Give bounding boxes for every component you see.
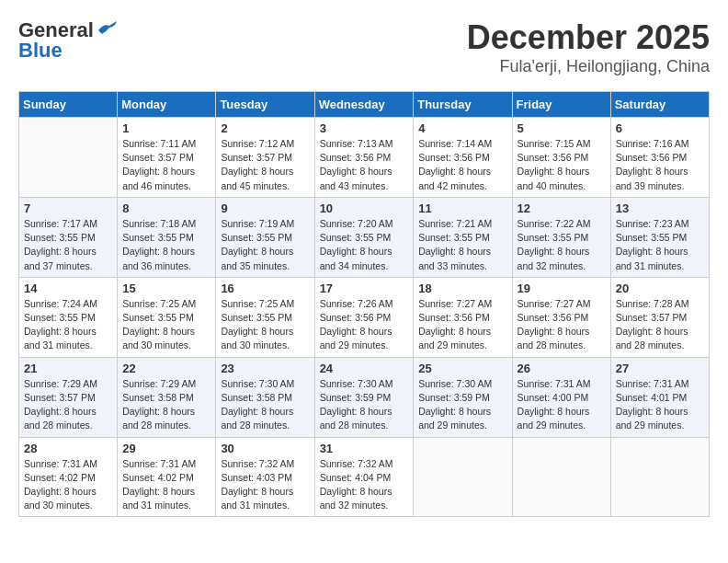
day-info: Sunrise: 7:30 AM Sunset: 3:59 PM Dayligh… xyxy=(418,377,506,433)
day-info: Sunrise: 7:18 AM Sunset: 3:55 PM Dayligh… xyxy=(122,217,210,273)
day-info: Sunrise: 7:28 AM Sunset: 3:57 PM Dayligh… xyxy=(616,297,704,353)
calendar-day-cell: 5Sunrise: 7:15 AM Sunset: 3:56 PM Daylig… xyxy=(512,118,610,198)
day-number: 19 xyxy=(518,282,606,295)
calendar-day-cell: 3Sunrise: 7:13 AM Sunset: 3:56 PM Daylig… xyxy=(314,118,414,198)
day-number: 28 xyxy=(24,442,112,455)
calendar-day-cell: 26Sunrise: 7:31 AM Sunset: 4:00 PM Dayli… xyxy=(512,357,610,437)
day-number: 20 xyxy=(616,282,704,295)
calendar-day-cell: 23Sunrise: 7:30 AM Sunset: 3:58 PM Dayli… xyxy=(216,357,314,437)
day-info: Sunrise: 7:21 AM Sunset: 3:55 PM Dayligh… xyxy=(418,217,506,273)
calendar-day-cell: 14Sunrise: 7:24 AM Sunset: 3:55 PM Dayli… xyxy=(19,277,118,357)
calendar-day-cell: 7Sunrise: 7:17 AM Sunset: 3:55 PM Daylig… xyxy=(19,197,118,277)
day-number: 1 xyxy=(122,121,210,135)
day-number: 3 xyxy=(320,121,409,135)
day-info: Sunrise: 7:27 AM Sunset: 3:56 PM Dayligh… xyxy=(418,297,506,353)
day-number: 17 xyxy=(320,282,409,295)
calendar-day-cell: 8Sunrise: 7:18 AM Sunset: 3:55 PM Daylig… xyxy=(118,197,216,277)
calendar-table: SundayMondayTuesdayWednesdayThursdayFrid… xyxy=(18,91,710,517)
day-number: 14 xyxy=(24,282,112,295)
calendar-day-cell xyxy=(610,437,709,517)
day-info: Sunrise: 7:11 AM Sunset: 3:57 PM Dayligh… xyxy=(122,137,210,193)
day-number: 31 xyxy=(320,442,409,455)
day-info: Sunrise: 7:29 AM Sunset: 3:57 PM Dayligh… xyxy=(24,377,112,433)
calendar-day-cell: 18Sunrise: 7:27 AM Sunset: 3:56 PM Dayli… xyxy=(414,277,512,357)
calendar-day-cell: 2Sunrise: 7:12 AM Sunset: 3:57 PM Daylig… xyxy=(216,118,314,198)
weekday-header-wednesday: Wednesday xyxy=(314,92,414,118)
day-info: Sunrise: 7:31 AM Sunset: 4:01 PM Dayligh… xyxy=(616,377,704,433)
day-info: Sunrise: 7:32 AM Sunset: 4:03 PM Dayligh… xyxy=(221,457,309,513)
weekday-header-saturday: Saturday xyxy=(610,92,709,118)
calendar-week-row: 14Sunrise: 7:24 AM Sunset: 3:55 PM Dayli… xyxy=(19,277,710,357)
day-number: 25 xyxy=(418,362,506,375)
page-header: General Blue December 2025 Fula'erji, He… xyxy=(18,18,710,76)
calendar-day-cell: 21Sunrise: 7:29 AM Sunset: 3:57 PM Dayli… xyxy=(19,357,118,437)
day-info: Sunrise: 7:27 AM Sunset: 3:56 PM Dayligh… xyxy=(518,297,606,353)
calendar-day-cell: 31Sunrise: 7:32 AM Sunset: 4:04 PM Dayli… xyxy=(314,437,414,517)
day-number: 6 xyxy=(616,121,704,135)
calendar-day-cell: 17Sunrise: 7:26 AM Sunset: 3:56 PM Dayli… xyxy=(314,277,414,357)
day-info: Sunrise: 7:22 AM Sunset: 3:55 PM Dayligh… xyxy=(518,217,606,273)
day-number: 26 xyxy=(518,362,606,375)
day-info: Sunrise: 7:25 AM Sunset: 3:55 PM Dayligh… xyxy=(221,297,309,353)
day-number: 21 xyxy=(24,362,112,375)
calendar-day-cell: 13Sunrise: 7:23 AM Sunset: 3:55 PM Dayli… xyxy=(610,197,709,277)
page-subtitle: Fula'erji, Heilongjiang, China xyxy=(467,57,710,76)
day-info: Sunrise: 7:31 AM Sunset: 4:02 PM Dayligh… xyxy=(24,457,112,513)
day-info: Sunrise: 7:26 AM Sunset: 3:56 PM Dayligh… xyxy=(320,297,409,353)
day-number: 24 xyxy=(320,362,409,375)
calendar-week-row: 21Sunrise: 7:29 AM Sunset: 3:57 PM Dayli… xyxy=(19,357,710,437)
day-number: 15 xyxy=(122,282,210,295)
day-info: Sunrise: 7:31 AM Sunset: 4:00 PM Dayligh… xyxy=(518,377,606,433)
weekday-header-monday: Monday xyxy=(118,92,216,118)
calendar-day-cell: 12Sunrise: 7:22 AM Sunset: 3:55 PM Dayli… xyxy=(512,197,610,277)
day-number: 23 xyxy=(221,362,309,375)
calendar-day-cell: 20Sunrise: 7:28 AM Sunset: 3:57 PM Dayli… xyxy=(610,277,709,357)
day-number: 30 xyxy=(221,442,309,455)
calendar-day-cell xyxy=(414,437,512,517)
calendar-day-cell: 16Sunrise: 7:25 AM Sunset: 3:55 PM Dayli… xyxy=(216,277,314,357)
logo-bird-icon xyxy=(97,21,117,36)
calendar-day-cell: 6Sunrise: 7:16 AM Sunset: 3:56 PM Daylig… xyxy=(610,118,709,198)
calendar-day-cell: 19Sunrise: 7:27 AM Sunset: 3:56 PM Dayli… xyxy=(512,277,610,357)
calendar-header-row: SundayMondayTuesdayWednesdayThursdayFrid… xyxy=(19,92,710,118)
calendar-day-cell: 30Sunrise: 7:32 AM Sunset: 4:03 PM Dayli… xyxy=(216,437,314,517)
calendar-day-cell: 11Sunrise: 7:21 AM Sunset: 3:55 PM Dayli… xyxy=(414,197,512,277)
calendar-day-cell: 24Sunrise: 7:30 AM Sunset: 3:59 PM Dayli… xyxy=(314,357,414,437)
calendar-day-cell: 28Sunrise: 7:31 AM Sunset: 4:02 PM Dayli… xyxy=(19,437,118,517)
calendar-week-row: 7Sunrise: 7:17 AM Sunset: 3:55 PM Daylig… xyxy=(19,197,710,277)
day-number: 5 xyxy=(518,121,606,135)
title-block: December 2025 Fula'erji, Heilongjiang, C… xyxy=(467,18,710,76)
calendar-day-cell: 27Sunrise: 7:31 AM Sunset: 4:01 PM Dayli… xyxy=(610,357,709,437)
day-info: Sunrise: 7:19 AM Sunset: 3:55 PM Dayligh… xyxy=(221,217,309,273)
day-info: Sunrise: 7:15 AM Sunset: 3:56 PM Dayligh… xyxy=(518,137,606,193)
day-info: Sunrise: 7:32 AM Sunset: 4:04 PM Dayligh… xyxy=(320,457,409,513)
calendar-day-cell xyxy=(19,118,118,198)
day-info: Sunrise: 7:30 AM Sunset: 3:58 PM Dayligh… xyxy=(221,377,309,433)
day-number: 10 xyxy=(320,201,409,215)
day-info: Sunrise: 7:13 AM Sunset: 3:56 PM Dayligh… xyxy=(320,137,409,193)
logo-blue: Blue xyxy=(18,39,63,63)
day-number: 16 xyxy=(221,282,309,295)
day-number: 27 xyxy=(616,362,704,375)
weekday-header-tuesday: Tuesday xyxy=(216,92,314,118)
calendar-day-cell: 15Sunrise: 7:25 AM Sunset: 3:55 PM Dayli… xyxy=(118,277,216,357)
calendar-day-cell: 9Sunrise: 7:19 AM Sunset: 3:55 PM Daylig… xyxy=(216,197,314,277)
weekday-header-friday: Friday xyxy=(512,92,610,118)
day-number: 13 xyxy=(616,201,704,215)
day-info: Sunrise: 7:12 AM Sunset: 3:57 PM Dayligh… xyxy=(221,137,309,193)
day-number: 7 xyxy=(24,201,112,215)
day-number: 29 xyxy=(122,442,210,455)
calendar-week-row: 28Sunrise: 7:31 AM Sunset: 4:02 PM Dayli… xyxy=(19,437,710,517)
logo: General Blue xyxy=(18,18,117,63)
calendar-day-cell: 1Sunrise: 7:11 AM Sunset: 3:57 PM Daylig… xyxy=(118,118,216,198)
calendar-day-cell: 25Sunrise: 7:30 AM Sunset: 3:59 PM Dayli… xyxy=(414,357,512,437)
day-number: 12 xyxy=(518,201,606,215)
day-info: Sunrise: 7:24 AM Sunset: 3:55 PM Dayligh… xyxy=(24,297,112,353)
day-info: Sunrise: 7:20 AM Sunset: 3:55 PM Dayligh… xyxy=(320,217,409,273)
weekday-header-sunday: Sunday xyxy=(19,92,118,118)
day-number: 11 xyxy=(418,201,506,215)
calendar-day-cell xyxy=(512,437,610,517)
calendar-day-cell: 4Sunrise: 7:14 AM Sunset: 3:56 PM Daylig… xyxy=(414,118,512,198)
day-info: Sunrise: 7:30 AM Sunset: 3:59 PM Dayligh… xyxy=(320,377,409,433)
day-info: Sunrise: 7:23 AM Sunset: 3:55 PM Dayligh… xyxy=(616,217,704,273)
